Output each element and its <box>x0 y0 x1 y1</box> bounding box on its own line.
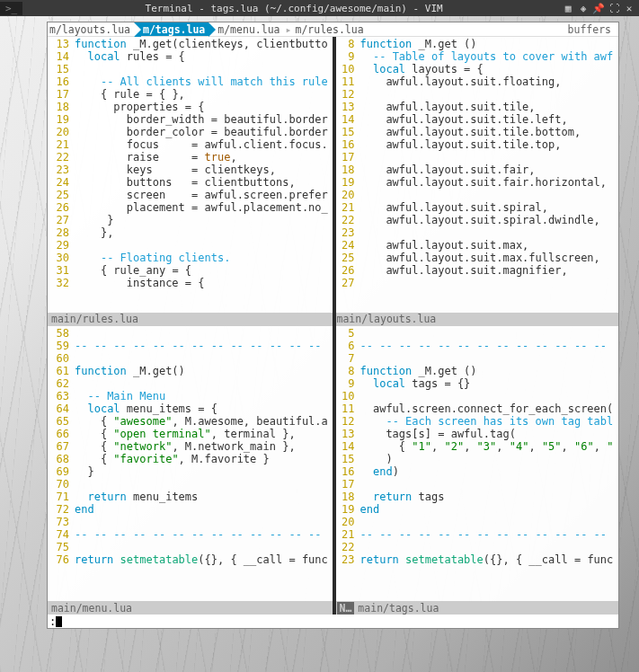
code-line[interactable]: 17 <box>333 478 619 491</box>
code-line[interactable]: 25 awful.layout.suit.max.fullscreen, <box>333 252 619 264</box>
code-line[interactable]: 10 <box>333 390 619 402</box>
close-icon[interactable]: ✕ <box>623 2 635 14</box>
target-icon[interactable]: ◈ <box>577 2 590 14</box>
pane-bottom-right[interactable]: 56-- -- -- -- -- -- -- -- -- -- -- -- --… <box>333 326 619 615</box>
code-line[interactable]: 32 instance = { <box>48 277 333 289</box>
code-line[interactable]: 6-- -- -- -- -- -- -- -- -- -- -- -- -- <box>333 340 619 352</box>
code-line[interactable]: 73 <box>48 516 333 528</box>
code-line[interactable]: 16 -- All clients will match this rule <box>48 75 333 88</box>
code-line[interactable]: 13 awful.layout.suit.tile, <box>333 101 619 113</box>
code-line[interactable]: 27 } <box>48 214 333 226</box>
code-line[interactable]: 14 local rules = { <box>48 50 333 63</box>
pin-icon[interactable]: 📌 <box>592 2 605 14</box>
code-line[interactable]: 22 awful.layout.suit.spiral.dwindle, <box>333 214 619 226</box>
code-line[interactable]: 10 local layouts = { <box>333 63 619 75</box>
code-line[interactable]: 15 awful.layout.suit.tile.bottom, <box>333 126 619 138</box>
code-line[interactable]: 76return setmetatable({}, { __call = fun… <box>48 553 333 566</box>
code-line[interactable]: 13 tags[s] = awful.tag( <box>333 428 619 440</box>
code-line[interactable]: 21 awful.layout.suit.spiral, <box>333 201 619 214</box>
code-line[interactable]: 63 -- Main Menu <box>48 390 333 402</box>
code-line[interactable]: 13function _M.get(clientkeys, clientbutt… <box>48 38 333 50</box>
code-line[interactable]: 31 { rule_any = { <box>48 264 333 277</box>
code-line[interactable]: 8function _M.get () <box>333 365 619 377</box>
line-number: 21 <box>333 201 360 214</box>
code-line[interactable]: 15 <box>48 63 333 75</box>
buffer-tab-menu[interactable]: m/menu.lua <box>216 22 283 36</box>
code-line[interactable]: 59-- -- -- -- -- -- -- -- -- -- -- -- -- <box>48 340 333 352</box>
code-line[interactable]: 70 <box>48 478 333 491</box>
code-line[interactable]: 15 ) <box>333 453 619 465</box>
code-line[interactable]: 62 <box>48 377 333 390</box>
buffer-tab-tags[interactable]: m/tags.lua <box>141 22 209 36</box>
pane-top-left[interactable]: 13function _M.get(clientkeys, clientbutt… <box>48 37 333 326</box>
code-text: local layouts = { <box>360 63 619 75</box>
code-line[interactable]: 24 awful.layout.suit.max, <box>333 239 619 252</box>
code-line[interactable]: 26 awful.layout.suit.magnifier, <box>333 264 619 277</box>
line-number: 26 <box>333 264 360 277</box>
code-line[interactable]: 14 awful.layout.suit.tile.left, <box>333 113 619 126</box>
code-line[interactable]: 25 screen = awful.screen.prefer <box>48 189 333 201</box>
code-line[interactable]: 9 -- Table of layouts to cover with awf <box>333 50 619 63</box>
code-line[interactable]: 5 <box>333 327 619 340</box>
code-line[interactable]: 16 awful.layout.suit.tile.top, <box>333 138 619 151</box>
code-line[interactable]: 18 properties = { <box>48 101 333 113</box>
code-line[interactable]: 72end <box>48 503 333 516</box>
code-line[interactable]: 18 return tags <box>333 491 619 503</box>
code-line[interactable]: 9 local tags = {} <box>333 377 619 390</box>
code-line[interactable]: 20 <box>333 516 619 528</box>
code-line[interactable]: 26 placement = awful.placement.no_ <box>48 201 333 214</box>
line-number: 16 <box>333 465 360 478</box>
vertical-split-bar[interactable] <box>333 37 336 615</box>
code-line[interactable]: 20 <box>333 189 619 201</box>
pane-top-right[interactable]: 8function _M.get ()9 -- Table of layouts… <box>333 37 619 326</box>
code-line[interactable]: 19end <box>333 503 619 516</box>
code-line[interactable]: 23 keys = clientkeys, <box>48 164 333 176</box>
code-text: placement = awful.placement.no_ <box>75 201 333 214</box>
code-line[interactable]: 68 { "favorite", M.favorite } <box>48 453 333 465</box>
pane-bottom-left[interactable]: 5859-- -- -- -- -- -- -- -- -- -- -- -- … <box>48 326 333 615</box>
code-line[interactable]: 24 buttons = clientbuttons, <box>48 176 333 189</box>
code-line[interactable]: 74-- -- -- -- -- -- -- -- -- -- -- -- -- <box>48 528 333 541</box>
code-line[interactable]: 18 awful.layout.suit.fair, <box>333 164 619 176</box>
code-line[interactable]: 69 } <box>48 465 333 478</box>
code-line[interactable]: 11 awful.screen.connect_for_each_screen( <box>333 402 619 415</box>
code-line[interactable]: 71 return menu_items <box>48 491 333 503</box>
code-line[interactable]: 27 <box>333 277 619 289</box>
code-line[interactable]: 66 { "open terminal", terminal }, <box>48 428 333 440</box>
code-line[interactable]: 17 <box>333 151 619 164</box>
code-line[interactable]: 17 { rule = { }, <box>48 88 333 101</box>
maximize-icon[interactable]: ⛶ <box>608 2 620 14</box>
code-line[interactable]: 29 <box>48 239 333 252</box>
code-line[interactable]: 8function _M.get () <box>333 38 619 50</box>
code-line[interactable]: 23 <box>333 226 619 239</box>
code-line[interactable]: 12 -- Each screen has its own tag tabl <box>333 415 619 428</box>
command-line[interactable]: : <box>48 615 618 628</box>
code-line[interactable]: 23return setmetatable({}, { __call = fun… <box>333 553 619 566</box>
code-line[interactable]: 19 awful.layout.suit.fair.horizontal, <box>333 176 619 189</box>
code-line[interactable]: 64 local menu_items = { <box>48 402 333 415</box>
tile-icon[interactable]: ▦ <box>562 2 574 14</box>
code-line[interactable]: 16 end) <box>333 465 619 478</box>
code-line[interactable]: 19 border_width = beautiful.border <box>48 113 333 126</box>
code-line[interactable]: 65 { "awesome", M.awesome, beautiful.a <box>48 415 333 428</box>
code-line[interactable]: 12 <box>333 88 619 101</box>
code-line[interactable]: 30 -- Floating clients. <box>48 252 333 264</box>
code-line[interactable]: 22 raise = true, <box>48 151 333 164</box>
buffer-tab-layouts[interactable]: m/layouts.lua <box>48 22 134 36</box>
code-line[interactable]: 67 { "network", M.network_main }, <box>48 440 333 453</box>
line-number: 29 <box>48 239 75 252</box>
code-line[interactable]: 20 border_color = beautiful.border <box>48 126 333 138</box>
code-line[interactable]: 14 { "1", "2", "3", "4", "5", "6", " <box>333 440 619 453</box>
code-line[interactable]: 60 <box>48 352 333 365</box>
code-line[interactable]: 61function _M.get() <box>48 365 333 377</box>
code-line[interactable]: 21 focus = awful.client.focus. <box>48 138 333 151</box>
code-line[interactable]: 58 <box>48 327 333 340</box>
code-line[interactable]: 21-- -- -- -- -- -- -- -- -- -- -- -- -- <box>333 528 619 541</box>
line-number: 32 <box>48 277 75 289</box>
code-line[interactable]: 75 <box>48 541 333 553</box>
code-line[interactable]: 28 }, <box>48 226 333 239</box>
code-line[interactable]: 7 <box>333 352 619 365</box>
code-line[interactable]: 11 awful.layout.suit.floating, <box>333 75 619 88</box>
code-line[interactable]: 22 <box>333 541 619 553</box>
buffer-tab-rules[interactable]: m/rules.lua <box>293 22 367 36</box>
